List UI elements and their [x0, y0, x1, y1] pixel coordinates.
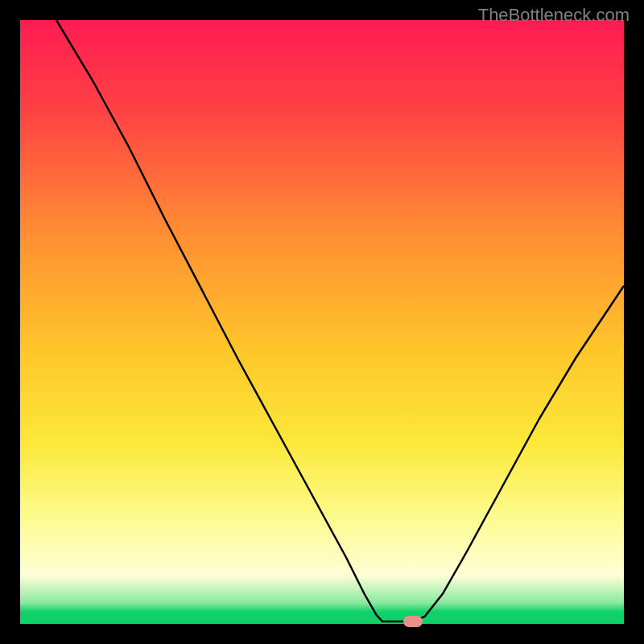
chart-plot-area	[20, 20, 624, 624]
chart-svg	[20, 20, 624, 624]
chart-background	[20, 20, 624, 624]
watermark-text: TheBottleneck.com	[478, 5, 630, 26]
optimal-marker	[403, 616, 423, 627]
